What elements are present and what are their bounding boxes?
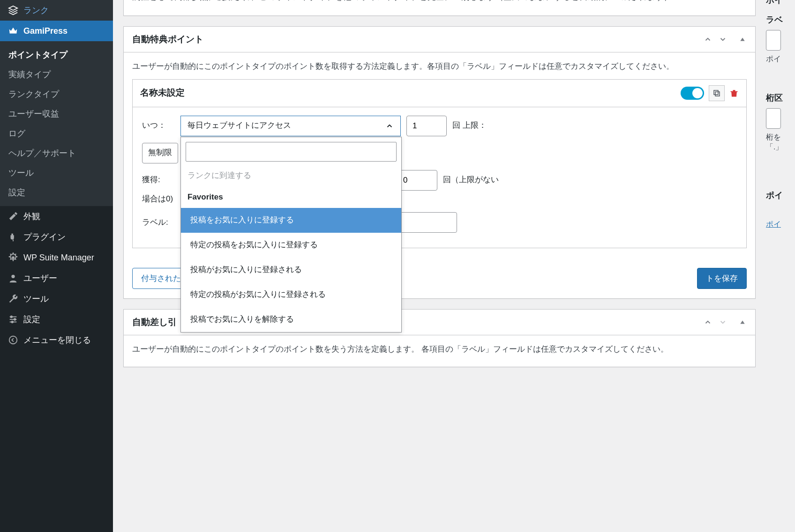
collapse-icon: [8, 334, 19, 346]
svg-marker-10: [740, 37, 744, 41]
dropdown-prev-item[interactable]: ランクに到達する: [181, 166, 401, 187]
sidebar-subitem-achievement-types[interactable]: 実績タイプ: [0, 65, 113, 84]
postbox-controls: [702, 33, 755, 45]
move-up-button[interactable]: [702, 33, 714, 45]
when-label: いつ：: [142, 119, 175, 133]
svg-marker-0: [9, 6, 17, 10]
dropdown-item[interactable]: 投稿でお気に入りを解除する: [181, 307, 401, 332]
gain-note: 場合は0): [142, 192, 173, 206]
postbox-header: 自動特典ポイント: [124, 27, 755, 52]
dropdown-item[interactable]: 特定の投稿がお気に入りに登録される: [181, 282, 401, 307]
when-select-value: 毎日ウェブサイトにアクセス: [188, 119, 291, 133]
svg-rect-11: [715, 92, 720, 96]
delete-button[interactable]: [729, 89, 739, 98]
gain-count-input[interactable]: [397, 170, 437, 191]
sidebar-item-collapse[interactable]: メニューを閉じる: [0, 330, 113, 350]
sidebar-submenu: ポイントタイプ 実績タイプ ランクタイプ ユーザー収益 ログ ヘルプ／サポート …: [0, 41, 113, 206]
sidebar-item-label: GamiPress: [23, 26, 68, 36]
dropdown-item[interactable]: 投稿をお気に入りに登録する: [181, 208, 401, 233]
rule-enable-toggle[interactable]: [681, 87, 704, 100]
layers-icon: [8, 5, 19, 16]
sidebar-item-label: 外観: [23, 211, 40, 222]
svg-rect-12: [714, 90, 718, 95]
rule-actions: [681, 85, 739, 101]
svg-point-2: [11, 275, 15, 278]
sliders-icon: [8, 314, 19, 325]
move-down-button[interactable]: [717, 33, 729, 45]
move-up-button[interactable]: [702, 316, 714, 328]
right-sidebar: ポイ ラベ ポイ 桁区 桁を 「.」 ポイ ポイ: [766, 0, 785, 532]
times-input[interactable]: [406, 116, 447, 136]
sidebar-item-tools[interactable]: ツール: [0, 288, 113, 309]
box-description: ユーザーが自動的にこのポイントタイプのポイント数を取得する方法定義します。各項目…: [132, 60, 747, 74]
when-dropdown: ランクに到達する Favorites 投稿をお気に入りに登録する 特定の投稿をお…: [180, 137, 402, 332]
move-down-button[interactable]: [717, 316, 729, 328]
sidebar-item-label: ユーザー: [23, 273, 57, 284]
chevron-up-icon: [385, 122, 394, 130]
when-select[interactable]: 毎日ウェブサイトにアクセス ランクに到達する Favorites: [180, 116, 401, 136]
auto-award-points-box: 自動特典ポイント ユーザーが自動的にこのポイントタイプのポイント数を取得する方法…: [123, 26, 756, 299]
side-text: 桁を: [766, 133, 785, 142]
wrench-icon: [8, 293, 19, 304]
duplicate-button[interactable]: [709, 85, 725, 101]
sidebar-subitem-tools[interactable]: ツール: [0, 163, 113, 183]
when-row: いつ： 毎日ウェブサイトにアクセス ランクに: [142, 116, 737, 136]
dropdown-group-label: Favorites: [181, 187, 401, 208]
side-link[interactable]: ポイ: [766, 220, 785, 229]
svg-point-9: [9, 336, 17, 344]
sidebar-subitem-point-types[interactable]: ポイントタイプ: [0, 45, 113, 65]
svg-point-6: [11, 316, 13, 318]
slug-description-box: 属性として内部参照に使用され、このポイントタイプを他のポイントタイプと完全に区別…: [123, 0, 756, 16]
sidebar-item-plugins[interactable]: プラグイン: [0, 227, 113, 247]
sidebar-item-label: 設定: [23, 314, 40, 325]
svg-point-8: [11, 321, 13, 323]
sidebar-item-label: プラグイン: [23, 231, 66, 243]
side-text: ポイ: [766, 54, 785, 64]
dropdown-item[interactable]: 投稿がお気に入りに登録される: [181, 258, 401, 282]
postbox-title: 自動特典ポイント: [124, 27, 212, 52]
dropdown-search-wrap: [181, 137, 401, 166]
rule-title: 名称未設定: [140, 85, 185, 100]
svg-point-7: [14, 318, 16, 320]
brush-icon: [8, 211, 19, 222]
rule-body: いつ： 毎日ウェブサイトにアクセス ランクに: [133, 107, 746, 248]
sidebar-subitem-settings[interactable]: 設定: [0, 183, 113, 202]
postbox-controls: [702, 316, 755, 328]
rule-header: 名称未設定: [133, 80, 746, 107]
times-suffix: 回 上限：: [452, 119, 487, 133]
sidebar-item-settings[interactable]: 設定: [0, 309, 113, 330]
sidebar-item-label: ランク: [23, 5, 49, 16]
dropdown-search-input[interactable]: [186, 142, 397, 162]
save-awards-button[interactable]: トを保存: [697, 268, 747, 289]
side-input[interactable]: [766, 30, 781, 51]
rule-card: 名称未設定 いつ： 毎日ウェブサイトにアクセス: [132, 79, 747, 249]
side-label: ラベ: [766, 14, 785, 25]
sidebar-subitem-rank-types[interactable]: ランクタイプ: [0, 84, 113, 104]
dropdown-item[interactable]: 特定の投稿をお気に入りに登録する: [181, 233, 401, 258]
limit-select-value: 無制限: [148, 146, 172, 160]
sidebar-item-label: WP Suite Manager: [23, 253, 94, 263]
sidebar-item-gamipress[interactable]: GamiPress: [0, 21, 113, 41]
admin-sidebar: ランク GamiPress ポイントタイプ 実績タイプ ランクタイプ ユーザー収…: [0, 0, 113, 532]
limit-select[interactable]: 無制限: [142, 143, 178, 163]
label-label: ラベル:: [142, 216, 175, 229]
sidebar-item-rank[interactable]: ランク: [0, 0, 113, 21]
toggle-button[interactable]: [736, 316, 749, 328]
postbox-body: ユーザーが自動的にこのポイントタイプのポイント数を失う方法を定義します。 各項目…: [124, 335, 755, 367]
side-label: 桁区: [766, 92, 785, 103]
side-label: ポイ: [766, 190, 785, 201]
gain-suffix: 回（上限がない: [443, 173, 499, 187]
svg-marker-13: [740, 321, 744, 324]
sidebar-subitem-user-earnings[interactable]: ユーザー収益: [0, 104, 113, 124]
side-text: 「.」: [766, 142, 785, 152]
sidebar-subitem-logs[interactable]: ログ: [0, 124, 113, 143]
toggle-button[interactable]: [736, 33, 749, 45]
sidebar-item-appearance[interactable]: 外観: [0, 206, 113, 227]
sidebar-item-wp-suite[interactable]: WP Suite Manager: [0, 247, 113, 268]
sidebar-item-users[interactable]: ユーザー: [0, 268, 113, 288]
gain-label: 獲得:: [142, 173, 175, 187]
gear-icon: [8, 252, 19, 263]
sidebar-subitem-help[interactable]: ヘルプ／サポート: [0, 143, 113, 163]
sidebar-item-label: メニューを閉じる: [23, 334, 91, 346]
side-input[interactable]: [766, 108, 781, 129]
